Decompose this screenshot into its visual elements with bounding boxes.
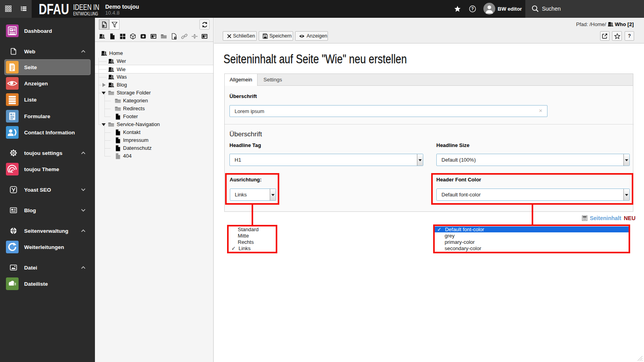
svg-text:?: ? [471,6,474,11]
